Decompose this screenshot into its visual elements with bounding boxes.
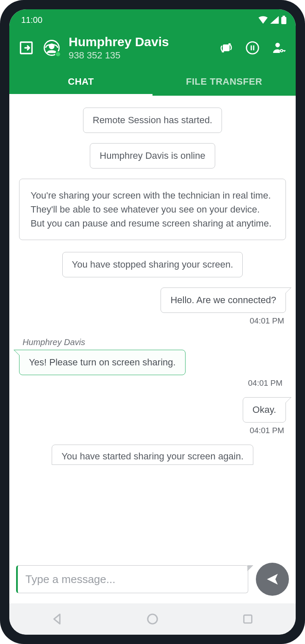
clock: 11:00 <box>21 15 42 25</box>
system-sharing-stopped: You have stopped sharing your screen. <box>62 252 243 277</box>
android-nav-bar <box>9 603 296 635</box>
swap-icon <box>219 41 233 55</box>
chat-scroll[interactable]: Remote Session has started. Humphrey Dav… <box>9 96 296 557</box>
message-timestamp: 04:01 PM <box>250 316 284 326</box>
message-input[interactable]: Type a message... <box>16 565 248 593</box>
technician-avatar[interactable] <box>42 39 61 57</box>
message-outgoing: Hello. Are we connected? 04:01 PM <box>19 287 286 326</box>
message-bubble[interactable]: Okay. <box>243 397 286 423</box>
nav-recent-icon <box>242 613 254 625</box>
tabs: CHAT FILE TRANSFER <box>9 69 296 96</box>
pause-icon <box>245 41 260 55</box>
presence-indicator <box>55 51 61 57</box>
message-sender: Humphrey Davis <box>22 337 85 347</box>
swap-camera-button[interactable] <box>218 39 235 56</box>
message-bubble[interactable]: Hello. Are we connected? <box>161 287 286 313</box>
session-id: 938 352 135 <box>69 50 208 61</box>
message-input-placeholder: Type a message... <box>25 573 115 586</box>
header-titles: Humphrey Davis 938 352 135 <box>69 35 208 61</box>
nav-home-icon <box>146 613 159 625</box>
message-timestamp: 04:01 PM <box>250 426 284 435</box>
system-user-online: Humphrey Davis is online <box>90 143 215 169</box>
message-incoming: Humphrey Davis Yes! Please turn on scree… <box>19 335 286 388</box>
exit-session-button[interactable] <box>18 39 35 56</box>
nav-back-icon <box>51 613 64 625</box>
exit-icon <box>19 40 34 55</box>
user-key-button[interactable] <box>270 39 287 56</box>
svg-point-10 <box>280 50 283 52</box>
message-outgoing: Okay. 04:01 PM <box>19 397 286 435</box>
app-header: Humphrey Davis 938 352 135 <box>9 30 296 69</box>
send-button[interactable] <box>256 563 289 596</box>
svg-rect-1 <box>283 16 285 17</box>
device-frame: 11:00 <box>0 0 305 644</box>
status-icons <box>258 16 286 24</box>
nav-back-button[interactable] <box>49 611 66 627</box>
svg-point-11 <box>148 614 158 624</box>
status-bar: 11:00 <box>9 9 296 30</box>
svg-rect-0 <box>281 17 286 24</box>
pause-sharing-button[interactable] <box>244 39 261 56</box>
composer: Type a message... <box>9 557 296 603</box>
svg-point-9 <box>275 43 280 47</box>
message-bubble[interactable]: Yes! Please turn on screen sharing. <box>19 350 186 375</box>
message-text: Okay. <box>252 404 276 415</box>
battery-icon <box>281 16 286 24</box>
tab-file-transfer[interactable]: FILE TRANSFER <box>152 69 296 96</box>
signal-icon <box>270 16 279 24</box>
tab-chat[interactable]: CHAT <box>9 69 152 96</box>
svg-rect-12 <box>244 615 252 623</box>
wifi-icon <box>258 16 268 24</box>
svg-point-6 <box>247 42 258 54</box>
system-sharing-notice: You're sharing your screen with the tech… <box>19 179 286 240</box>
technician-name: Humphrey Davis <box>69 35 208 49</box>
nav-home-button[interactable] <box>144 611 161 627</box>
nav-recent-button[interactable] <box>239 611 256 627</box>
message-text: Hello. Are we connected? <box>170 295 276 305</box>
header-actions <box>218 39 287 56</box>
user-key-icon <box>272 41 286 55</box>
system-session-started: Remote Session has started. <box>83 108 222 133</box>
svg-rect-5 <box>223 45 229 50</box>
message-timestamp: 04:01 PM <box>248 379 283 388</box>
screen: 11:00 <box>9 9 296 635</box>
message-text: Yes! Please turn on screen sharing. <box>29 357 176 368</box>
system-sharing-resumed: You have started sharing your screen aga… <box>52 445 253 465</box>
send-icon <box>265 572 280 586</box>
